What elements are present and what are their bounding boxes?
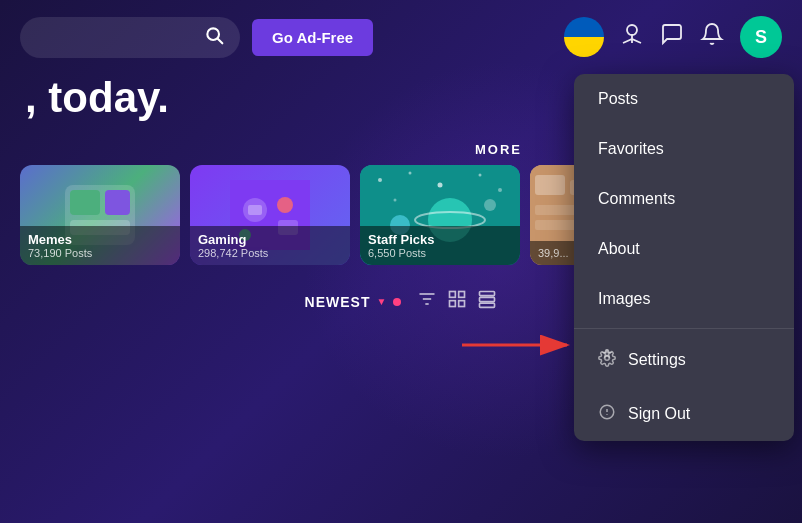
staffpicks-card[interactable]: Staff Picks 6,550 Posts bbox=[360, 165, 520, 265]
menu-favorites-label: Favorites bbox=[598, 140, 664, 158]
svg-rect-5 bbox=[105, 190, 130, 215]
svg-line-1 bbox=[218, 38, 223, 43]
svg-rect-4 bbox=[70, 190, 100, 215]
svg-rect-25 bbox=[535, 175, 565, 195]
user-dropdown-menu: Posts Favorites Comments About Images Se… bbox=[574, 74, 794, 441]
menu-comments-label: Comments bbox=[598, 190, 675, 208]
sort-button[interactable]: NEWEST ▼ bbox=[305, 294, 402, 310]
filter-icon[interactable] bbox=[417, 289, 437, 314]
svg-point-14 bbox=[378, 178, 382, 182]
svg-point-18 bbox=[498, 188, 502, 192]
gaming-card-label: Gaming 298,742 Posts bbox=[190, 226, 350, 265]
menu-item-comments[interactable]: Comments bbox=[574, 174, 794, 224]
staffpicks-card-label: Staff Picks 6,550 Posts bbox=[360, 226, 520, 265]
svg-point-17 bbox=[479, 174, 482, 177]
svg-point-10 bbox=[277, 197, 293, 213]
svg-point-2 bbox=[627, 25, 637, 35]
view-icons bbox=[417, 289, 497, 314]
menu-about-label: About bbox=[598, 240, 640, 258]
gaming-card-name: Gaming bbox=[198, 232, 342, 247]
svg-rect-32 bbox=[450, 292, 456, 298]
svg-rect-38 bbox=[480, 303, 495, 307]
menu-signout-label: Sign Out bbox=[628, 405, 690, 423]
grid-view-icon[interactable] bbox=[447, 289, 467, 314]
menu-item-images[interactable]: Images bbox=[574, 274, 794, 324]
memes-card-name: Memes bbox=[28, 232, 172, 247]
svg-point-15 bbox=[409, 172, 412, 175]
svg-rect-35 bbox=[459, 301, 465, 307]
menu-item-posts[interactable]: Posts bbox=[574, 74, 794, 124]
menu-images-label: Images bbox=[598, 290, 650, 308]
header-icons: S bbox=[564, 16, 782, 58]
menu-item-about[interactable]: About bbox=[574, 224, 794, 274]
sort-arrow-icon: ▼ bbox=[376, 296, 387, 307]
svg-point-19 bbox=[394, 199, 397, 202]
ukraine-badge bbox=[564, 17, 604, 57]
signout-icon bbox=[598, 403, 616, 425]
list-view-icon[interactable] bbox=[477, 289, 497, 314]
arrow-pointer bbox=[462, 325, 582, 365]
svg-rect-34 bbox=[450, 301, 456, 307]
svg-point-16 bbox=[438, 183, 443, 188]
chat-icon[interactable] bbox=[660, 22, 684, 52]
svg-rect-33 bbox=[459, 292, 465, 298]
menu-settings-label: Settings bbox=[628, 351, 686, 369]
svg-rect-37 bbox=[480, 297, 495, 301]
gaming-card-posts: 298,742 Posts bbox=[198, 247, 342, 259]
memes-card-label: Memes 73,190 Posts bbox=[20, 226, 180, 265]
sort-dot bbox=[393, 298, 401, 306]
sort-label: NEWEST bbox=[305, 294, 371, 310]
search-icon bbox=[204, 25, 224, 50]
staffpicks-card-posts: 6,550 Posts bbox=[368, 247, 512, 259]
memes-card-posts: 73,190 Posts bbox=[28, 247, 172, 259]
menu-item-signout[interactable]: Sign Out bbox=[574, 387, 794, 441]
rewards-icon[interactable] bbox=[620, 22, 644, 52]
notification-icon[interactable] bbox=[700, 22, 724, 52]
svg-point-39 bbox=[605, 356, 610, 361]
header: Go Ad-Free S bbox=[0, 0, 802, 74]
menu-item-favorites[interactable]: Favorites bbox=[574, 124, 794, 174]
svg-rect-36 bbox=[480, 292, 495, 296]
search-box[interactable] bbox=[20, 17, 240, 58]
menu-posts-label: Posts bbox=[598, 90, 638, 108]
svg-rect-9 bbox=[248, 205, 262, 215]
svg-point-23 bbox=[484, 199, 496, 211]
memes-card[interactable]: Memes 73,190 Posts bbox=[20, 165, 180, 265]
go-ad-free-button[interactable]: Go Ad-Free bbox=[252, 19, 373, 56]
settings-icon bbox=[598, 349, 616, 371]
menu-item-settings[interactable]: Settings bbox=[574, 333, 794, 387]
staffpicks-card-name: Staff Picks bbox=[368, 232, 512, 247]
menu-divider bbox=[574, 328, 794, 329]
gaming-card[interactable]: Gaming 298,742 Posts bbox=[190, 165, 350, 265]
avatar[interactable]: S bbox=[740, 16, 782, 58]
